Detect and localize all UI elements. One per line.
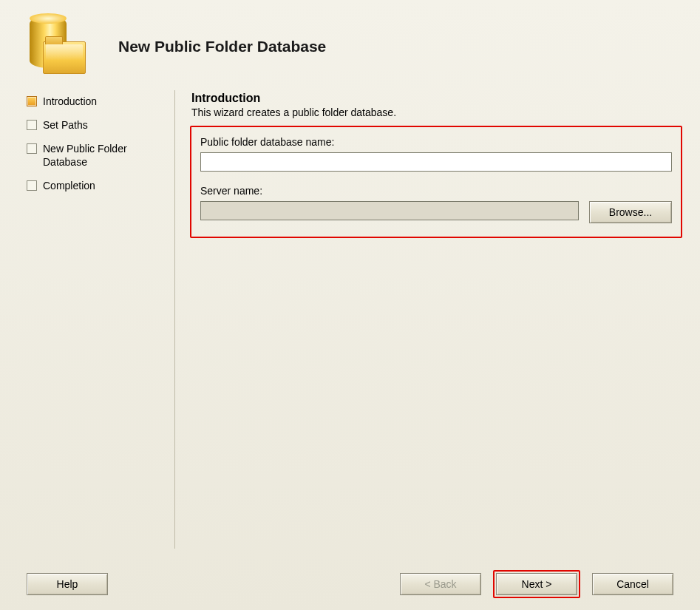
database-name-label: Public folder database name: [200, 136, 672, 148]
step-completion: Completion [27, 179, 167, 192]
wizard-body: Introduction Set Paths New Public Folder… [0, 90, 700, 549]
wizard-title: New Public Folder Database [118, 38, 326, 55]
database-name-field-block: Public folder database name: [200, 136, 672, 172]
wizard-content: Introduction This wizard creates a publi… [190, 90, 691, 549]
vertical-divider [174, 90, 175, 549]
step-introduction: Introduction [27, 95, 167, 108]
next-button-highlight: Next > [493, 570, 580, 598]
cancel-button[interactable]: Cancel [592, 573, 673, 595]
step-indicator-icon [27, 180, 37, 191]
step-label: Introduction [43, 95, 97, 108]
step-indicator-icon [27, 120, 37, 130]
back-button[interactable]: < Back [400, 573, 481, 595]
step-new-public-folder-database: New Public Folder Database [27, 142, 167, 169]
input-highlight-region: Public folder database name: Server name… [190, 126, 682, 238]
step-set-paths: Set Paths [27, 118, 167, 132]
database-name-input[interactable] [200, 152, 672, 172]
wizard-steps-sidebar: Introduction Set Paths New Public Folder… [27, 90, 174, 549]
step-label: Set Paths [43, 118, 88, 132]
step-label: New Public Folder Database [43, 142, 167, 169]
server-name-input[interactable] [200, 201, 579, 220]
step-label: Completion [43, 179, 95, 192]
next-button[interactable]: Next > [496, 573, 577, 595]
server-name-label: Server name: [200, 185, 672, 197]
help-button[interactable]: Help [27, 573, 108, 595]
server-name-field-block: Server name: Browse... [200, 185, 672, 223]
wizard-footer: Help < Back Next > Cancel [0, 558, 700, 610]
content-title: Introduction [191, 92, 682, 105]
wizard-header: New Public Folder Database [0, 0, 700, 90]
database-folder-icon [22, 13, 89, 80]
step-indicator-icon [27, 143, 37, 154]
wizard-dialog: New Public Folder Database Introduction … [0, 0, 700, 610]
content-description: This wizard creates a public folder data… [191, 106, 682, 118]
step-indicator-icon [27, 96, 37, 106]
browse-button[interactable]: Browse... [589, 201, 672, 223]
